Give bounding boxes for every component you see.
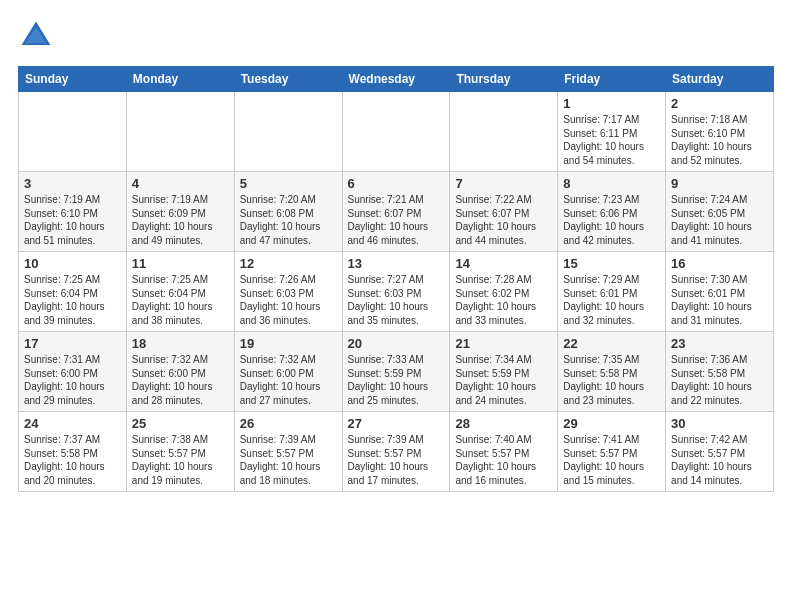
cell-info: Daylight: 10 hours and 38 minutes. [132,301,213,326]
cell-info: Sunset: 5:58 PM [671,368,745,379]
cell-info: Sunrise: 7:42 AM [671,434,747,445]
cell-info: Sunset: 6:02 PM [455,288,529,299]
day-number: 20 [348,336,445,351]
calendar-cell: 10Sunrise: 7:25 AMSunset: 6:04 PMDayligh… [19,252,127,332]
calendar-cell: 4Sunrise: 7:19 AMSunset: 6:09 PMDaylight… [126,172,234,252]
calendar-cell: 27Sunrise: 7:39 AMSunset: 5:57 PMDayligh… [342,412,450,492]
calendar-cell: 30Sunrise: 7:42 AMSunset: 5:57 PMDayligh… [666,412,774,492]
cell-info: Daylight: 10 hours and 24 minutes. [455,381,536,406]
cell-info: Sunset: 6:00 PM [132,368,206,379]
header [18,18,774,54]
cell-info: Sunset: 6:04 PM [24,288,98,299]
cell-info: Sunrise: 7:26 AM [240,274,316,285]
calendar-cell [19,92,127,172]
col-header-monday: Monday [126,67,234,92]
calendar-cell: 14Sunrise: 7:28 AMSunset: 6:02 PMDayligh… [450,252,558,332]
day-number: 11 [132,256,229,271]
day-number: 3 [24,176,121,191]
calendar-cell: 29Sunrise: 7:41 AMSunset: 5:57 PMDayligh… [558,412,666,492]
cell-info: Daylight: 10 hours and 25 minutes. [348,381,429,406]
cell-info: Daylight: 10 hours and 49 minutes. [132,221,213,246]
cell-info: Sunset: 6:08 PM [240,208,314,219]
cell-info: Daylight: 10 hours and 44 minutes. [455,221,536,246]
cell-info: Daylight: 10 hours and 54 minutes. [563,141,644,166]
cell-info: Sunrise: 7:25 AM [24,274,100,285]
day-number: 13 [348,256,445,271]
cell-info: Sunrise: 7:18 AM [671,114,747,125]
calendar-header-row: SundayMondayTuesdayWednesdayThursdayFrid… [19,67,774,92]
cell-info: Sunset: 6:01 PM [671,288,745,299]
cell-info: Daylight: 10 hours and 42 minutes. [563,221,644,246]
day-number: 30 [671,416,768,431]
cell-info: Sunrise: 7:32 AM [240,354,316,365]
cell-info: Sunset: 6:09 PM [132,208,206,219]
calendar-cell: 12Sunrise: 7:26 AMSunset: 6:03 PMDayligh… [234,252,342,332]
cell-info: Sunrise: 7:27 AM [348,274,424,285]
calendar-cell: 3Sunrise: 7:19 AMSunset: 6:10 PMDaylight… [19,172,127,252]
cell-info: Sunrise: 7:20 AM [240,194,316,205]
cell-info: Sunset: 5:57 PM [348,448,422,459]
cell-info: Sunset: 6:06 PM [563,208,637,219]
cell-info: Sunset: 6:05 PM [671,208,745,219]
cell-info: Sunrise: 7:37 AM [24,434,100,445]
cell-info: Sunrise: 7:25 AM [132,274,208,285]
day-number: 1 [563,96,660,111]
cell-info: Sunrise: 7:34 AM [455,354,531,365]
day-number: 9 [671,176,768,191]
cell-info: Sunset: 5:57 PM [671,448,745,459]
week-row-4: 17Sunrise: 7:31 AMSunset: 6:00 PMDayligh… [19,332,774,412]
day-number: 19 [240,336,337,351]
cell-info: Sunset: 5:57 PM [455,448,529,459]
cell-info: Sunset: 5:58 PM [563,368,637,379]
cell-info: Sunset: 6:04 PM [132,288,206,299]
day-number: 24 [24,416,121,431]
week-row-1: 1Sunrise: 7:17 AMSunset: 6:11 PMDaylight… [19,92,774,172]
cell-info: Sunset: 5:58 PM [24,448,98,459]
cell-info: Sunrise: 7:21 AM [348,194,424,205]
day-number: 10 [24,256,121,271]
day-number: 12 [240,256,337,271]
day-number: 21 [455,336,552,351]
cell-info: Sunset: 6:03 PM [348,288,422,299]
col-header-wednesday: Wednesday [342,67,450,92]
cell-info: Sunset: 6:07 PM [348,208,422,219]
cell-info: Sunset: 5:59 PM [455,368,529,379]
calendar-cell: 24Sunrise: 7:37 AMSunset: 5:58 PMDayligh… [19,412,127,492]
cell-info: Daylight: 10 hours and 22 minutes. [671,381,752,406]
cell-info: Sunset: 5:59 PM [348,368,422,379]
calendar-cell: 22Sunrise: 7:35 AMSunset: 5:58 PMDayligh… [558,332,666,412]
day-number: 4 [132,176,229,191]
calendar-cell [234,92,342,172]
cell-info: Daylight: 10 hours and 28 minutes. [132,381,213,406]
calendar-cell: 6Sunrise: 7:21 AMSunset: 6:07 PMDaylight… [342,172,450,252]
calendar-cell: 26Sunrise: 7:39 AMSunset: 5:57 PMDayligh… [234,412,342,492]
day-number: 8 [563,176,660,191]
calendar-cell: 7Sunrise: 7:22 AMSunset: 6:07 PMDaylight… [450,172,558,252]
cell-info: Daylight: 10 hours and 20 minutes. [24,461,105,486]
calendar-cell: 28Sunrise: 7:40 AMSunset: 5:57 PMDayligh… [450,412,558,492]
cell-info: Daylight: 10 hours and 46 minutes. [348,221,429,246]
day-number: 18 [132,336,229,351]
calendar-cell: 18Sunrise: 7:32 AMSunset: 6:00 PMDayligh… [126,332,234,412]
cell-info: Sunrise: 7:23 AM [563,194,639,205]
logo [18,18,58,54]
cell-info: Sunrise: 7:33 AM [348,354,424,365]
calendar-cell: 11Sunrise: 7:25 AMSunset: 6:04 PMDayligh… [126,252,234,332]
day-number: 15 [563,256,660,271]
cell-info: Daylight: 10 hours and 29 minutes. [24,381,105,406]
calendar-cell [450,92,558,172]
cell-info: Sunrise: 7:28 AM [455,274,531,285]
calendar-cell: 9Sunrise: 7:24 AMSunset: 6:05 PMDaylight… [666,172,774,252]
week-row-5: 24Sunrise: 7:37 AMSunset: 5:58 PMDayligh… [19,412,774,492]
cell-info: Sunrise: 7:31 AM [24,354,100,365]
cell-info: Daylight: 10 hours and 15 minutes. [563,461,644,486]
logo-icon [18,18,54,54]
calendar-cell [342,92,450,172]
cell-info: Sunrise: 7:36 AM [671,354,747,365]
week-row-2: 3Sunrise: 7:19 AMSunset: 6:10 PMDaylight… [19,172,774,252]
cell-info: Daylight: 10 hours and 52 minutes. [671,141,752,166]
calendar-cell: 15Sunrise: 7:29 AMSunset: 6:01 PMDayligh… [558,252,666,332]
day-number: 23 [671,336,768,351]
calendar-cell: 21Sunrise: 7:34 AMSunset: 5:59 PMDayligh… [450,332,558,412]
page: SundayMondayTuesdayWednesdayThursdayFrid… [0,0,792,504]
